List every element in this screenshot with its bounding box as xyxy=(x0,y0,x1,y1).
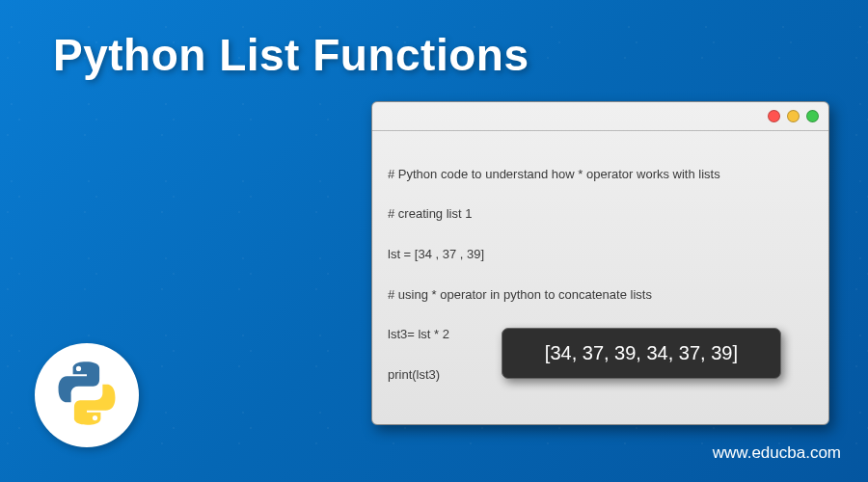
python-logo-icon xyxy=(52,359,122,432)
close-icon xyxy=(768,110,780,122)
site-url: www.educba.com xyxy=(713,443,841,463)
code-line: # using * operator in python to concaten… xyxy=(388,285,813,306)
window-titlebar xyxy=(372,102,828,131)
output-box: [34, 37, 39, 34, 37, 39] xyxy=(502,328,781,379)
page-title: Python List Functions xyxy=(53,29,529,81)
code-line: lst = [34 , 37 , 39] xyxy=(388,245,813,265)
output-text: [34, 37, 39, 34, 37, 39] xyxy=(545,342,738,363)
code-body: # Python code to understand how * operat… xyxy=(372,131,828,424)
minimize-icon xyxy=(787,110,800,122)
code-line: # creating list 1 xyxy=(388,204,813,225)
logo-circle xyxy=(35,343,139,447)
maximize-icon xyxy=(806,110,819,122)
code-line: # Python code to understand how * operat… xyxy=(388,165,813,185)
